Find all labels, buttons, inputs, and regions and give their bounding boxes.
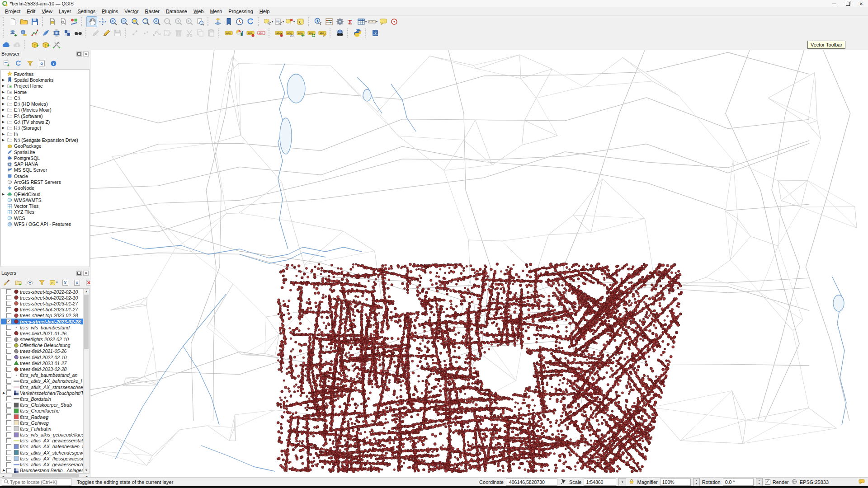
pan-map-button[interactable] xyxy=(86,16,97,27)
open-attribute-table-dropdown-icon[interactable]: ▾ xyxy=(365,20,367,23)
manage-visibility-button[interactable] xyxy=(24,277,35,288)
collapse-all-button[interactable] xyxy=(36,58,47,69)
menu-edit[interactable]: Edit xyxy=(24,7,38,15)
browser-item-qfieldcloud[interactable]: ▶QFieldCloud xyxy=(1,191,89,197)
identify-features-button[interactable]: i xyxy=(313,16,324,27)
layer-item-trees-field-2023-01-27[interactable]: trees-field-2023-01-27 xyxy=(1,360,85,366)
browser-item-c[interactable]: ▶C:\ xyxy=(1,95,89,101)
refresh-map-button[interactable] xyxy=(245,16,256,27)
browser-close-button[interactable]: ✕ xyxy=(83,52,89,56)
cut-features-button[interactable] xyxy=(184,28,195,38)
layer-item-fis-s-atkis-ax-gewaesserachse-l[interactable]: fis:s_atkis_AX_gewaesserachse_l xyxy=(1,461,85,467)
new-3d-map-view-button[interactable] xyxy=(212,16,223,27)
layer-item-fis-s-radweg[interactable]: fis:s_Radweg xyxy=(1,414,85,420)
package-layers-button[interactable] xyxy=(29,39,40,50)
layer-visibility-checkbox[interactable] xyxy=(6,379,11,384)
zoom-to-layer-button[interactable] xyxy=(151,16,162,27)
expand-arrow-icon[interactable]: ▶ xyxy=(1,108,6,112)
layer-visibility-checkbox[interactable] xyxy=(6,468,11,473)
zoom-last-button[interactable] xyxy=(173,16,184,27)
digitize-point-button[interactable] xyxy=(130,28,141,38)
select-by-expression-button[interactable]: ε xyxy=(295,16,306,27)
expand-arrow-icon[interactable]: ▶ xyxy=(1,102,6,106)
menu-view[interactable]: View xyxy=(38,7,56,15)
layer-item-fis-s-atkis-ax-gewaesserstation[interactable]: fis:s_atkis_AX_gewaesserstation xyxy=(1,438,85,444)
layer-item-fis-s-atkis-ax-bahnstrecke-l[interactable]: fis:s_atkis_AX_bahnstrecke_l xyxy=(1,378,85,384)
browser-item-postgresql[interactable]: PostgreSQL xyxy=(1,155,89,161)
add-virtual-layer-button[interactable] xyxy=(62,28,73,38)
add-vector-layer-button[interactable] xyxy=(29,28,40,38)
browser-item-spatial-bookmarks[interactable]: ▶Spatial Bookmarks xyxy=(1,77,89,83)
save-project-button[interactable] xyxy=(29,16,40,27)
measure-dropdown-icon[interactable]: ▾ xyxy=(376,20,378,23)
modify-attributes-button[interactable] xyxy=(162,28,173,38)
layer-visibility-checkbox[interactable] xyxy=(6,289,11,294)
expand-arrow-icon[interactable]: ▶ xyxy=(1,114,6,118)
layer-visibility-checkbox[interactable] xyxy=(6,414,11,419)
help-contents-button[interactable]: ? xyxy=(370,28,381,38)
select-by-form-button[interactable]: ▾ xyxy=(274,16,284,27)
layer-diagram-button[interactable] xyxy=(234,28,245,38)
expand-arrow-icon[interactable]: ▶ xyxy=(1,138,6,142)
copy-features-button[interactable] xyxy=(195,28,206,38)
menu-layer[interactable]: Layer xyxy=(56,7,75,15)
layer-visibility-checkbox[interactable] xyxy=(6,390,11,395)
temporal-controller-button[interactable] xyxy=(234,16,245,27)
refresh-browser-button[interactable] xyxy=(13,58,24,69)
save-layer-edits-button[interactable] xyxy=(112,28,123,38)
layer-visibility-checkbox[interactable]: ✓ xyxy=(6,319,11,324)
browser-item-vector-tiles[interactable]: Vector Tiles xyxy=(1,203,89,209)
browser-item-spatialite[interactable]: SpatiaLite xyxy=(1,149,89,155)
crs-globe-icon[interactable] xyxy=(791,479,797,486)
magnifier-value[interactable]: 100% xyxy=(660,479,691,486)
browser-item-n-seagate-expansion-drive[interactable]: ▶N:\ (Seagate Expansion Drive) xyxy=(1,137,89,143)
magnifier-spinner[interactable]: ▲▼ xyxy=(693,478,700,486)
select-features-dropdown-icon[interactable]: ▾ xyxy=(272,20,274,23)
add-wfs-layer-button[interactable] xyxy=(73,28,84,38)
layer-visibility-checkbox[interactable] xyxy=(6,331,11,336)
expand-arrow-icon[interactable]: ▶ xyxy=(1,84,6,88)
extract-package-button[interactable] xyxy=(40,39,51,50)
map-tips-button[interactable] xyxy=(378,16,389,27)
expand-arrow-icon[interactable]: ▶ xyxy=(1,192,6,196)
new-annotation-button[interactable] xyxy=(389,16,400,27)
menu-plugins[interactable]: Plugins xyxy=(99,7,121,15)
current-edits-button[interactable] xyxy=(90,28,101,38)
browser-properties-button[interactable]: i xyxy=(48,58,59,69)
collapse-all-button[interactable] xyxy=(71,277,82,288)
layer-visibility-checkbox[interactable] xyxy=(6,438,11,443)
menu-help[interactable]: Help xyxy=(256,7,273,15)
browser-item-wfs-ogc-api-features[interactable]: WFS / OGC API - Features xyxy=(1,221,89,227)
layer-item-fis-s-fahrbahn[interactable]: fis:s_Fahrbahn xyxy=(1,426,85,432)
show-layout-manager-button[interactable] xyxy=(58,16,69,27)
layer-item-fis-s-bordstein[interactable]: fis:s_Bordstein xyxy=(1,396,85,402)
add-record-button[interactable] xyxy=(141,28,151,38)
expand-arrow-icon[interactable]: ▶ xyxy=(1,132,6,136)
layer-visibility-checkbox[interactable] xyxy=(6,426,11,431)
layer-item-fis-s-atkis-ax-strassenachse-l[interactable]: fis:s_atkis_AX_strassenachse_l xyxy=(1,384,85,390)
layer-item-trees-street-top-2022-02-10[interactable]: trees-street-top-2022-02-10 xyxy=(1,289,85,295)
expand-arrow-icon[interactable]: ▶ xyxy=(1,96,6,100)
move-label-button[interactable]: abc xyxy=(295,28,306,38)
layer-visibility-checkbox[interactable] xyxy=(6,307,11,312)
spatial-bookmarks-button[interactable] xyxy=(223,16,234,27)
lock-scale-icon[interactable] xyxy=(628,478,635,486)
layer-item-trees-field-2021-05-26[interactable]: trees-field-2021-05-26 xyxy=(1,348,85,354)
add-hana-layer-button[interactable] xyxy=(51,28,62,38)
layers-close-button[interactable]: ✕ xyxy=(83,271,89,276)
filter-browser-button[interactable] xyxy=(24,58,35,69)
pin-labels-button[interactable]: abc xyxy=(245,28,256,38)
open-project-button[interactable] xyxy=(19,16,29,27)
coordinate-field[interactable] xyxy=(506,479,557,486)
qfieldcloud-projects-button[interactable] xyxy=(1,39,12,50)
layer-item-fis-s-wfs-baumbestand-an[interactable]: fis:s_wfs_baumbestand_an xyxy=(1,372,85,378)
layer-visibility-checkbox[interactable] xyxy=(6,420,11,425)
layer-item-streetlights-2022-02-10[interactable]: streetlights-2022-02-10 xyxy=(1,337,85,343)
toggle-editing-button[interactable] xyxy=(101,28,112,38)
expand-arrow-icon[interactable]: ▶ xyxy=(1,78,6,82)
layer-visibility-checkbox[interactable] xyxy=(6,325,11,330)
layer-item-trees-street-bot-2023-02-28[interactable]: ✓trees-street-bot-2023-02-28 xyxy=(1,319,85,324)
layer-item-fis-s-wfs-alkis-gebaeudeflaeche[interactable]: fis:s_wfs_alkis_gebaeudeflaeche xyxy=(1,432,85,438)
browser-item-favorites[interactable]: Favorites xyxy=(1,71,89,77)
layer-item-fis-s-atkis-ax-hafenbecken-f[interactable]: fis:s_atkis_AX_hafenbecken_f xyxy=(1,444,85,450)
